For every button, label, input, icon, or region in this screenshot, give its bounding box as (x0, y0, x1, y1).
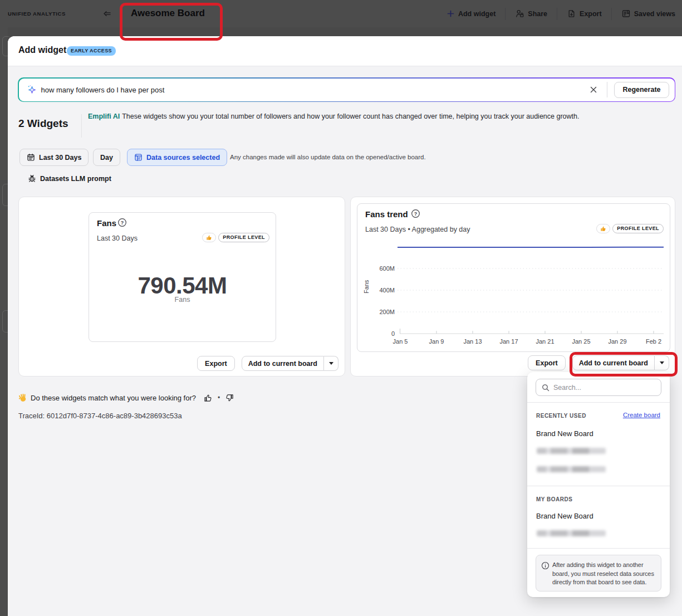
clear-prompt-icon[interactable] (589, 85, 598, 94)
topbar-separator (505, 8, 506, 20)
brand-logo: UNIFIED ANALYTICS (8, 11, 66, 17)
profile-level-badge: PROFILE LEVEL (218, 233, 269, 242)
share-icon (515, 9, 524, 18)
prompt-query: how many followers do I have per post (41, 86, 590, 94)
thumb-pill (202, 233, 216, 242)
svg-text:?: ? (121, 220, 124, 226)
board-menu-item-redacted[interactable] (537, 466, 606, 472)
annotation-add-to-board (570, 352, 678, 377)
fans-trend-plot-svg (398, 241, 664, 338)
fans-title: Fans (97, 218, 116, 228)
add-widget-button[interactable]: Add widget (447, 9, 495, 18)
export-button-fans[interactable]: Export (197, 356, 235, 371)
x-tick-label: Jan 29 (602, 338, 633, 345)
y-tick-label: 400M (379, 287, 395, 294)
add-widget-modal: Add widget EARLY ACCESS how many followe… (8, 36, 682, 616)
fans-card-buttons: Export Add to current board (197, 356, 338, 371)
plus-icon (447, 9, 455, 18)
caret-down-icon (329, 362, 333, 365)
export-button[interactable]: Export (567, 9, 602, 18)
section-recently-used: RECENTLY USED (536, 413, 586, 419)
y-tick-label: 200M (379, 309, 395, 315)
menu-info-box: After adding this widget to another boar… (536, 555, 661, 591)
datasets-llm-prompt[interactable]: Datasets LLM prompt (27, 174, 111, 183)
modal-title: Add widget (18, 45, 66, 55)
saved-views-icon (621, 9, 631, 18)
help-icon[interactable]: ? (411, 209, 420, 218)
ai-prompt-bar: how many followers do I have per post Re… (18, 77, 675, 102)
filter-note: Any changes made will also update data o… (230, 154, 426, 160)
svg-text:?: ? (414, 211, 418, 217)
dimmed-sidebar (0, 27, 8, 616)
thumbs-up-icon (600, 226, 606, 232)
menu-divider (527, 548, 670, 549)
data-sources-icon (134, 153, 143, 162)
fans-trend-badges: PROFILE LEVEL (596, 224, 664, 233)
topbar-actions: Add widget Share Export Saved views (447, 0, 675, 27)
create-board-link[interactable]: Create board (623, 412, 660, 418)
fans-widget-card: Fans ? Last 30 Days PROFILE LEVEL 790.54… (18, 197, 345, 377)
profile-level-badge: PROFILE LEVEL (612, 224, 664, 233)
data-sources-button[interactable]: Data sources selected (127, 149, 227, 166)
x-tick-label: Jan 21 (529, 338, 561, 345)
sparkle-icon (26, 84, 37, 95)
board-menu-item[interactable]: Brand New Board (536, 429, 593, 438)
wave-emoji (18, 393, 28, 403)
add-to-current-board-button-fans[interactable]: Add to current board (242, 356, 324, 371)
thumbs-up-feedback-icon[interactable] (204, 394, 212, 402)
board-select-menu: Search... RECENTLY USED Create board Bra… (527, 372, 670, 597)
fans-trend-title: Fans trend (365, 209, 408, 219)
thumbs-up-icon (206, 234, 212, 241)
help-icon[interactable]: ? (117, 218, 127, 227)
fans-badges: PROFILE LEVEL (202, 233, 269, 242)
saved-views-button[interactable]: Saved views (621, 9, 675, 18)
x-tick-label: Jan 9 (421, 338, 452, 345)
widgets-count: 2 Widgets (18, 118, 68, 130)
fans-stat-card: Fans ? Last 30 Days PROFILE LEVEL 790.54… (89, 212, 276, 342)
bug-icon (27, 174, 37, 183)
topbar: UNIFIED ANALYTICS Awesome Board Add widg… (0, 0, 682, 27)
board-menu-item[interactable]: Brand New Board (536, 512, 593, 520)
calendar-icon (27, 153, 35, 162)
section-my-boards: MY BOARDS (536, 496, 572, 502)
fans-trend-widget-card: Fans trend ? Last 30 Days • Aggregated b… (350, 197, 675, 377)
export-icon (567, 9, 576, 18)
feedback-row: Do these widgets match what you were loo… (18, 393, 234, 402)
add-to-board-caret-fans[interactable] (324, 356, 338, 371)
fans-period: Last 30 Days (97, 234, 138, 242)
granularity-button[interactable]: Day (93, 149, 120, 166)
fans-trend-chart-box: Fans trend ? Last 30 Days • Aggregated b… (357, 203, 670, 352)
thumbs-down-feedback-icon[interactable] (225, 394, 234, 402)
menu-divider (527, 402, 670, 403)
fans-trend-period: Last 30 Days • Aggregated by day (365, 226, 470, 233)
fans-trend-ylabels: 0200M400M600M (357, 241, 395, 338)
info-icon (541, 561, 549, 570)
fans-value: 790.54M (89, 272, 276, 299)
dot-separator: • (218, 394, 220, 402)
regenerate-button[interactable]: Regenerate (614, 82, 669, 98)
export-button-fans-trend[interactable]: Export (528, 355, 566, 370)
search-icon (542, 384, 549, 392)
fans-metric-label: Fans (89, 296, 276, 304)
summary-divider (81, 114, 82, 138)
ai-label: Emplifi AI (88, 113, 120, 120)
board-menu-item-redacted[interactable] (537, 530, 606, 536)
x-tick-label: Jan 5 (385, 338, 416, 345)
prompt-divider (607, 82, 607, 97)
annotation-board-title (120, 3, 223, 41)
board-search-input[interactable]: Search... (536, 379, 661, 396)
board-menu-item-redacted[interactable] (537, 448, 606, 454)
x-tick-label: Feb 2 (638, 338, 669, 345)
x-tick-label: Jan 13 (457, 338, 488, 345)
ai-prompt-input[interactable]: how many followers do I have per post Re… (19, 79, 675, 101)
share-button[interactable]: Share (515, 9, 547, 18)
y-tick-label: 0 (391, 330, 395, 337)
modal-header: Add widget EARLY ACCESS (8, 36, 682, 66)
ai-description: Emplifi AIThese widgets show you your to… (88, 113, 579, 120)
y-tick-label: 600M (379, 265, 395, 272)
date-range-button[interactable]: Last 30 Days (19, 149, 89, 166)
menu-divider (527, 486, 670, 486)
board-search-placeholder: Search... (553, 384, 581, 392)
collapse-sidebar-icon[interactable] (102, 9, 112, 18)
feedback-question: Do these widgets match what you were loo… (31, 394, 196, 402)
